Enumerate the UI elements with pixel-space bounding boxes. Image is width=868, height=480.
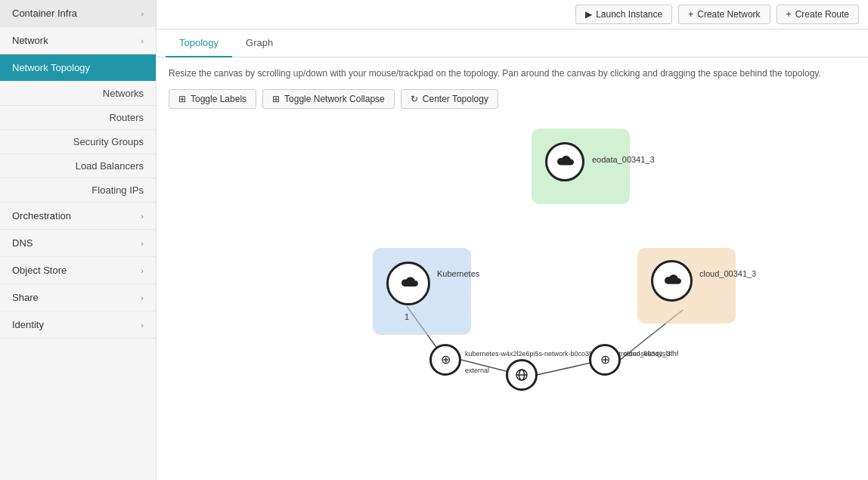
- sidebar-item-share[interactable]: Share ›: [0, 284, 156, 311]
- cloud-icon-kubernetes[interactable]: [386, 262, 430, 305]
- sidebar: Container Infra › Network › Network Topo…: [0, 0, 157, 480]
- tabs-bar: Topology Graph: [157, 29, 868, 57]
- sidebar-item-orchestration[interactable]: Orchestration ›: [0, 203, 156, 230]
- sidebar-label: DNS: [12, 237, 33, 249]
- chevron-right-icon: ›: [141, 212, 144, 221]
- center-topology-button[interactable]: ↻ Center Topology: [401, 89, 498, 109]
- tab-topology[interactable]: Topology: [166, 29, 232, 57]
- sidebar-label: Routers: [109, 112, 144, 123]
- kubernetes-count: 1: [405, 312, 409, 321]
- sidebar-item-security-groups[interactable]: Security Groups: [0, 130, 156, 154]
- toggle-labels-button[interactable]: ⊞ Toggle Labels: [169, 89, 256, 109]
- plus-icon: +: [688, 9, 693, 20]
- top-bar: ▶ Launch Instance + Create Network + Cre…: [157, 0, 868, 29]
- network-node-kubernetes[interactable]: Kubernetes 1: [373, 248, 471, 335]
- tab-graph[interactable]: Graph: [232, 29, 287, 57]
- chevron-right-icon: ›: [141, 293, 144, 302]
- sidebar-label: Share: [12, 292, 39, 303]
- cloud-icon-eodata[interactable]: [545, 142, 584, 181]
- sidebar-item-object-store[interactable]: Object Store ›: [0, 257, 156, 284]
- kubernetes-label: Kubernetes: [437, 269, 479, 278]
- cloud-icon-cloud[interactable]: [651, 260, 693, 302]
- cloud-label: cloud_00341_3: [699, 269, 756, 278]
- main-content: ▶ Launch Instance + Create Network + Cre…: [157, 0, 868, 480]
- external-node[interactable]: [506, 359, 538, 391]
- sidebar-label: Load Balancers: [76, 160, 144, 172]
- sidebar-label: Network: [12, 35, 48, 46]
- router-cloud-node[interactable]: ⊕: [589, 344, 621, 376]
- grid-icon: ⊞: [272, 94, 280, 104]
- sidebar-item-network-topology[interactable]: Network Topology: [0, 54, 156, 82]
- toolbar: ⊞ Toggle Labels ⊞ Toggle Network Collaps…: [169, 89, 856, 109]
- router-cloud-label: cloud_00341_3: [624, 350, 671, 358]
- svg-text:⊕: ⊕: [441, 353, 451, 366]
- chevron-right-icon: ›: [141, 36, 144, 45]
- hint-text: Resize the canvas by scrolling up/down w…: [169, 67, 849, 80]
- sidebar-item-networks[interactable]: Networks: [0, 82, 156, 106]
- router-k8s-node[interactable]: ⊕: [429, 344, 461, 376]
- sidebar-label: Container Infra: [12, 8, 77, 19]
- create-network-button[interactable]: + Create Network: [678, 5, 770, 24]
- topology-connections-svg: [169, 121, 856, 457]
- chevron-right-icon: ›: [141, 239, 144, 248]
- launch-icon: ▶: [585, 9, 592, 20]
- plus-icon: +: [786, 9, 792, 20]
- sidebar-item-routers[interactable]: Routers: [0, 106, 156, 130]
- launch-instance-button[interactable]: ▶ Launch Instance: [575, 5, 672, 24]
- sidebar-item-container-infra[interactable]: Container Infra ›: [0, 0, 156, 27]
- chevron-right-icon: ›: [141, 266, 144, 275]
- sidebar-item-load-balancers[interactable]: Load Balancers: [0, 154, 156, 178]
- sidebar-item-identity[interactable]: Identity ›: [0, 311, 156, 339]
- grid-icon: ⊞: [178, 94, 186, 104]
- chevron-right-icon: ›: [141, 9, 144, 18]
- sidebar-label: Network Topology: [12, 62, 90, 73]
- network-node-cloud[interactable]: cloud_00341_3: [637, 248, 736, 324]
- network-node-eodata[interactable]: eodata_00341_3: [532, 129, 630, 204]
- svg-text:⊕: ⊕: [600, 353, 610, 366]
- chevron-right-icon: ›: [141, 321, 144, 330]
- sidebar-label: Security Groups: [73, 136, 144, 147]
- sidebar-label: Object Store: [12, 265, 67, 276]
- topology-canvas[interactable]: eodata_00341_3 Kubernetes 1: [169, 121, 856, 457]
- toggle-network-collapse-button[interactable]: ⊞ Toggle Network Collapse: [262, 89, 395, 109]
- eodata-label: eodata_00341_3: [592, 155, 655, 164]
- sidebar-label: Networks: [103, 88, 144, 99]
- create-route-button[interactable]: + Create Route: [777, 5, 859, 24]
- sidebar-item-network[interactable]: Network ›: [0, 27, 156, 54]
- sidebar-label: Orchestration: [12, 210, 71, 221]
- sidebar-label: Identity: [12, 319, 44, 330]
- content-area: Resize the canvas by scrolling up/down w…: [157, 57, 868, 480]
- sidebar-item-dns[interactable]: DNS ›: [0, 230, 156, 257]
- refresh-icon: ↻: [411, 94, 418, 104]
- sidebar-label: Floating IPs: [91, 184, 144, 196]
- sidebar-item-floating-ips[interactable]: Floating IPs: [0, 178, 156, 203]
- external-label: external: [465, 367, 489, 374]
